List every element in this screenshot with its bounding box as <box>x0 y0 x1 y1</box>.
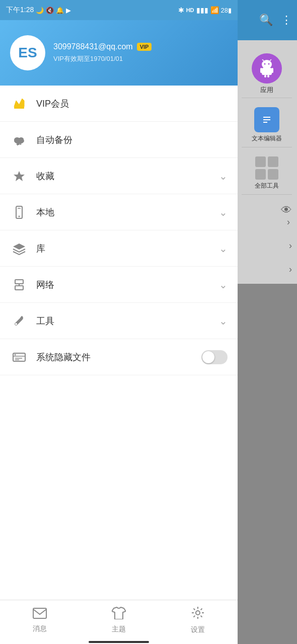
library-chevron: ⌄ <box>219 243 228 255</box>
nav-item-messages[interactable]: 消息 <box>0 607 79 633</box>
star-icon <box>10 167 28 185</box>
right-panel-top: 🔍 ⋮ <box>237 0 297 40</box>
search-icon[interactable]: 🔍 <box>259 14 273 27</box>
mail-icon <box>33 607 47 622</box>
drawer-header: ES 3099788431@qq.com VIP VIP有效期至1970/01/… <box>0 20 238 86</box>
avatar[interactable]: ES <box>10 35 45 70</box>
svg-point-0 <box>262 60 272 69</box>
backup-label: 自动备份 <box>36 134 228 146</box>
svg-line-3 <box>262 59 264 61</box>
hd-icon: HD <box>186 7 194 13</box>
svg-point-34 <box>196 611 200 615</box>
svg-rect-7 <box>271 68 273 73</box>
app-label: 应用 <box>260 86 273 95</box>
all-tools-icon[interactable] <box>255 156 278 180</box>
themes-label: 主题 <box>112 625 126 634</box>
svg-rect-5 <box>262 68 272 75</box>
screen-record-icon: ▶ <box>66 7 71 14</box>
email-text: 3099788431@qq.com <box>53 42 133 51</box>
rp-chevron-row-2: › <box>242 236 292 255</box>
svg-rect-15 <box>14 107 24 109</box>
svg-line-4 <box>270 59 271 61</box>
nav-item-settings[interactable]: 设置 <box>159 606 238 634</box>
drawer-menu: VIP会员 自动备份 收藏 ⌄ <box>0 86 238 600</box>
svg-marker-23 <box>13 244 25 250</box>
svg-point-18 <box>19 137 24 141</box>
vip-expiry: VIP有效期至1970/01/01 <box>53 54 152 63</box>
favorites-chevron: ⌄ <box>219 170 228 182</box>
svg-rect-25 <box>15 286 23 290</box>
silent-icon: 🔇 <box>46 7 54 14</box>
svg-point-2 <box>268 63 270 65</box>
vip-badge: VIP <box>137 43 152 51</box>
toggle-thumb <box>202 351 214 363</box>
tools-chevron: ⌄ <box>219 315 228 327</box>
moon-icon: 🌙 <box>36 7 44 14</box>
text-editor-label: 文本编辑器 <box>252 134 282 143</box>
svg-rect-9 <box>267 75 269 77</box>
menu-item-backup[interactable]: 自动备份 <box>0 122 238 158</box>
drawer: 下午1:28 🌙 🔇 🔔 ▶ ✱ HD ▮▮▮ 📶 28▮ ES 3099788… <box>0 0 238 644</box>
svg-rect-8 <box>264 75 266 77</box>
network-label: 网络 <box>36 279 219 291</box>
wrench-icon <box>10 312 28 330</box>
menu-item-favorites[interactable]: 收藏 ⌄ <box>0 158 238 194</box>
layers-icon <box>10 239 28 258</box>
svg-point-21 <box>19 215 20 217</box>
svg-marker-19 <box>14 171 25 181</box>
rp-chevron-row-3: › <box>242 260 292 279</box>
rp-eye-row: 👁 › <box>242 200 292 231</box>
nav-item-themes[interactable]: 主题 <box>79 606 158 634</box>
network-chevron: ⌄ <box>219 279 228 291</box>
svg-point-30 <box>15 354 16 355</box>
hidden-label: 系统隐藏文件 <box>36 351 201 363</box>
eye-icon[interactable]: 👁 <box>281 204 292 217</box>
phone-icon <box>10 203 28 221</box>
rp-all-tools-row: 全部工具 <box>242 152 292 195</box>
status-left: 下午1:28 🌙 🔇 🔔 ▶ <box>6 6 71 15</box>
local-label: 本地 <box>36 206 219 218</box>
bottom-nav: 消息 主题 设置 <box>0 600 238 640</box>
rp-text-editor-row: 文本编辑器 <box>242 103 292 147</box>
wifi-icon: 📶 <box>210 6 219 14</box>
more-icon[interactable]: ⋮ <box>281 14 292 27</box>
messages-label: 消息 <box>33 624 47 633</box>
menu-item-library[interactable]: 库 ⌄ <box>0 230 238 267</box>
cloud-icon <box>10 131 28 149</box>
user-info: 3099788431@qq.com VIP VIP有效期至1970/01/01 <box>53 42 152 63</box>
text-editor-icon[interactable] <box>254 107 279 132</box>
menu-item-local[interactable]: 本地 ⌄ <box>0 194 238 230</box>
home-indicator <box>0 640 238 644</box>
time-display: 下午1:28 <box>6 6 34 15</box>
signal-icon: ▮▮▮ <box>196 6 208 14</box>
network-icon <box>10 276 28 294</box>
svg-rect-33 <box>33 608 46 618</box>
menu-item-vip[interactable]: VIP会员 <box>0 86 238 122</box>
hidden-files-toggle[interactable] <box>201 350 228 364</box>
hidden-files-icon <box>10 348 28 366</box>
vip-label: VIP会员 <box>36 98 228 110</box>
svg-rect-6 <box>260 68 262 73</box>
bluetooth-icon: ✱ <box>178 6 184 14</box>
status-right: ✱ HD ▮▮▮ 📶 28▮ <box>178 6 232 14</box>
crown-icon <box>10 95 28 113</box>
battery-display: 28▮ <box>221 7 232 14</box>
menu-item-hidden[interactable]: 系统隐藏文件 <box>0 339 238 375</box>
svg-point-1 <box>264 63 266 65</box>
library-label: 库 <box>36 243 219 255</box>
svg-rect-24 <box>15 280 23 284</box>
tools-label: 工具 <box>36 315 219 327</box>
chevron-right-2: › <box>289 240 292 251</box>
right-panel-content: 应用 文本编辑器 全部工具 <box>237 40 297 284</box>
rp-app-row: 应用 <box>242 45 292 98</box>
chevron-right-1: › <box>242 217 292 227</box>
app-icon[interactable] <box>252 53 282 84</box>
right-panel: 🔍 ⋮ 应用 <box>237 0 297 644</box>
shirt-icon <box>112 606 126 623</box>
notification-icon: 🔔 <box>56 7 64 14</box>
svg-marker-14 <box>14 99 24 107</box>
home-bar <box>89 641 149 643</box>
menu-item-network[interactable]: 网络 ⌄ <box>0 267 238 303</box>
all-tools-label: 全部工具 <box>255 182 279 190</box>
menu-item-tools[interactable]: 工具 ⌄ <box>0 303 238 339</box>
